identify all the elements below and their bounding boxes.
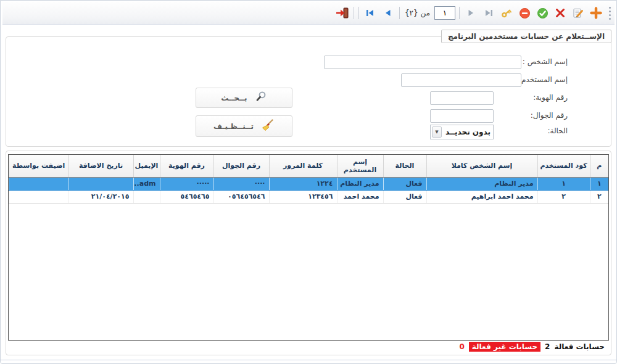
table-cell[interactable]: ١ [537,177,590,190]
delete-icon[interactable] [553,5,568,21]
search-panel: الإســتعلام عن حسابات مستخدمين البرنامج … [6,36,611,147]
table-cell[interactable]: محمد احمد [337,190,383,203]
record-number-input[interactable] [434,6,455,20]
username-input[interactable] [401,73,521,87]
table-cell[interactable]: ٢ [590,190,608,203]
column-header[interactable]: رقم الهوية [160,155,213,177]
table-cell[interactable]: ١٢٣٤٥٦ [269,190,337,203]
mobile-number-label: رقم الجوال: [531,111,568,120]
move-next-icon[interactable] [463,5,478,21]
table-header-row: مكود المستخدمإسم الشخص كاملاالحالةإسم ال… [9,155,609,177]
search-icon [255,91,267,105]
table-cell[interactable]: ٥٤٦٥٤٦٥ [160,190,213,203]
table-cell[interactable] [133,190,160,203]
search-button-label: بــحــث [221,94,247,102]
table-cell[interactable]: adm... [133,177,160,190]
active-accounts-label: حسابات فعالة [554,342,605,351]
column-header[interactable]: رقم الجوال [213,155,269,177]
clean-button-label: تــنــظـيـف [213,122,254,131]
table-cell[interactable] [68,177,133,190]
toolbar-separator [459,7,460,19]
inactive-accounts-badge: حسابات غير فعالة [469,342,540,352]
table-row[interactable]: ٢٢محمد احمد ابراهيمفعالمحمد احمد١٢٣٤٥٦٠٥… [9,190,609,203]
app-window: من {٢} [0,0,617,364]
table-cell[interactable]: مدير النظام [426,177,537,190]
table-cell[interactable]: ١٢٢٤ [269,177,337,190]
mobile-number-input[interactable] [430,109,494,123]
chevron-down-icon[interactable]: ▼ [432,126,442,138]
column-header[interactable]: كود المستخدم [537,155,590,177]
column-header[interactable]: اضيفت بواسطة [9,155,69,177]
table-cell[interactable] [9,177,69,190]
table-cell[interactable]: فعال [383,190,426,203]
window-bottom-edge [1,360,616,360]
toolbar-separator [354,7,354,19]
toolbar: من {٢} [2,2,615,25]
toolbar-separator [399,7,400,19]
column-header[interactable]: كلمة المرور [269,155,337,177]
active-accounts-count: 2 [545,342,550,351]
column-header[interactable]: تاريخ الاضافة [68,155,133,177]
column-header[interactable]: الإيميل [133,155,160,177]
table-cell[interactable]: ١ [590,177,608,190]
broom-icon [261,118,275,134]
users-table: مكود المستخدمإسم الشخص كاملاالحالةإسم ال… [8,154,609,341]
status-bar: حسابات فعالة 2 حسابات غير فعالة 0 [459,342,605,352]
edit-icon[interactable] [571,5,586,21]
results-panel: مكود المستخدمإسم الشخص كاملاالحالةإسم ال… [6,151,611,355]
person-name-input[interactable] [324,56,521,69]
move-previous-icon[interactable] [381,5,395,21]
deactivate-icon[interactable] [517,5,532,21]
table-cell[interactable]: ···· [213,177,269,190]
table-cell[interactable]: فعال [383,177,426,190]
id-number-label: رقم الهوية: [533,93,568,102]
move-first-icon[interactable] [363,5,378,21]
column-header[interactable]: م [590,155,608,177]
search-button[interactable]: بــحــث [196,88,292,108]
status-dropdown-value: بدون تحديــد [443,128,493,136]
table-cell[interactable]: ٢ [537,190,590,203]
table-cell[interactable] [9,190,69,203]
panel-title: الإســتعلام عن حسابات مستخدمين البرنامج [441,30,611,43]
table-row[interactable]: ١١مدير النظامفعالمدير النظام١٢٢٤········… [9,177,609,190]
table-cell[interactable]: محمد احمد ابراهيم [426,190,537,203]
toolbar-separator [358,7,359,19]
username-label: إسم المستخدم: [519,75,568,84]
table-cell[interactable]: ····· [160,177,213,190]
table-cell[interactable]: ٢١/٠٤/٢٠١٥ [68,190,133,203]
record-count-label: من {٢} [405,9,430,17]
column-header[interactable]: إسم الشخص كاملا [426,155,537,177]
key-icon[interactable] [499,5,514,21]
activate-icon[interactable] [535,5,550,21]
table-cell[interactable]: ٠٥٦٤٥٦٥٤٦ [213,190,269,203]
status-dropdown[interactable]: بدون تحديــد ▼ [430,125,494,139]
exit-icon[interactable] [335,5,350,21]
clean-button[interactable]: تــنــظـيـف [196,115,292,137]
person-name-label: إسم الشخص : [523,57,568,66]
move-last-icon[interactable] [481,5,496,21]
inactive-accounts-count: 0 [459,342,464,351]
id-number-input[interactable] [430,91,494,105]
column-header[interactable]: إسم المستخدم [337,155,383,177]
toolbar-grip[interactable] [609,7,611,20]
column-header[interactable]: الحالة [383,155,426,177]
add-icon[interactable] [589,5,603,21]
status-label: الحالة: [547,126,568,135]
table-cell[interactable]: مدير النظام [337,177,383,190]
